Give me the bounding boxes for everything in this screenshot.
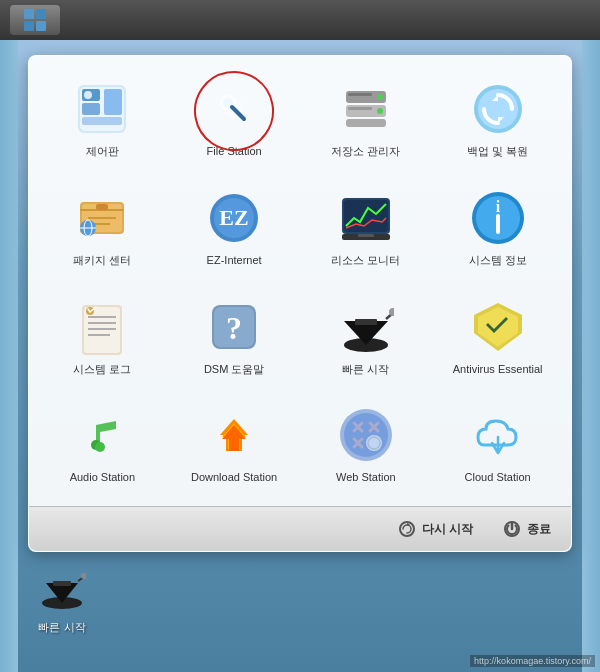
app-item-audio-station[interactable]: Audio Station [39,397,166,501]
app-icon-dsm-help: ? [204,297,264,357]
right-sidebar [582,40,600,672]
svg-text:?: ? [226,310,242,346]
svg-rect-53 [355,319,377,325]
app-item-web-station[interactable]: Web Station [303,397,430,501]
app-item-package-center[interactable]: 패키지 센터 [39,180,166,284]
app-icon-resource-monitor [336,188,396,248]
app-item-system-info[interactable]: i 시스템 정보 [434,180,561,284]
app-label-quick-start: 빠른 시작 [342,362,389,376]
app-item-system-log[interactable]: 시스템 로그 [39,289,166,393]
app-item-quick-start[interactable]: 빠른 시작 [303,289,430,393]
svg-rect-4 [104,89,122,115]
app-label-audio-station: Audio Station [70,470,135,484]
svg-rect-3 [82,103,100,115]
app-item-resource-monitor[interactable]: 리소스 모니터 [303,180,430,284]
app-icon-web-station [336,405,396,465]
desktop-quick-start-label: 빠른 시작 [38,620,85,635]
svg-rect-5 [82,117,122,125]
svg-point-16 [377,94,383,100]
app-grid: 제어판 File Station 저장소 관리자 백업 및 복원 [29,56,571,506]
app-item-storage-manager[interactable]: 저장소 관리자 [303,71,430,175]
svg-rect-18 [348,93,372,96]
app-icon-cloud-station [468,405,528,465]
svg-rect-15 [346,119,386,127]
app-label-system-info: 시스템 정보 [469,253,527,267]
shutdown-label: 종료 [527,521,551,538]
app-item-download-station[interactable]: Download Station [171,397,298,501]
app-icon-file-station [204,79,264,139]
app-label-download-station: Download Station [191,470,277,484]
shutdown-button[interactable]: 종료 [503,520,551,538]
app-item-ez-internet[interactable]: EZ EZ-Internet [171,180,298,284]
svg-text:EZ: EZ [219,205,248,230]
app-label-resource-monitor: 리소스 모니터 [331,253,400,267]
watermark: http://kokomagae.tistory.com/ [470,655,595,667]
svg-rect-79 [53,581,71,586]
restart-icon [398,520,416,538]
restart-label: 다시 시작 [422,521,473,538]
app-icon-ez-internet: EZ [204,188,264,248]
app-item-control-panel[interactable]: 제어판 [39,71,166,175]
svg-point-61 [95,442,105,452]
app-icon-quick-start [336,297,396,357]
center-content: 제어판 File Station 저장소 관리자 백업 및 복원 [18,40,582,672]
app-label-ez-internet: EZ-Internet [207,253,262,267]
svg-point-17 [377,108,383,114]
app-icon-system-info: i [468,188,528,248]
app-label-backup-restore: 백업 및 복원 [467,144,528,158]
launcher-icon[interactable] [10,5,60,35]
svg-rect-34 [344,200,388,232]
app-icon-audio-station [72,405,132,465]
app-icon-backup-restore [468,79,528,139]
app-item-backup-restore[interactable]: 백업 및 복원 [434,71,561,175]
svg-rect-36 [358,234,374,237]
app-label-control-panel: 제어판 [86,144,119,158]
app-label-antivirus: Antivirus Essential [453,362,543,376]
svg-rect-24 [96,204,108,210]
app-panel: 제어판 File Station 저장소 관리자 백업 및 복원 [28,55,572,552]
svg-point-6 [84,91,92,99]
main-area: 제어판 File Station 저장소 관리자 백업 및 복원 [0,40,600,672]
app-label-cloud-station: Cloud Station [465,470,531,484]
panel-bottom: 다시 시작 종료 [29,506,571,551]
restart-button[interactable]: 다시 시작 [398,520,473,538]
app-item-antivirus[interactable]: Antivirus Essential [434,289,561,393]
app-label-system-log: 시스템 로그 [73,362,131,376]
svg-point-59 [76,409,128,461]
app-label-storage-manager: 저장소 관리자 [331,144,400,158]
app-item-file-station[interactable]: File Station [171,71,298,175]
app-label-file-station: File Station [207,144,262,158]
svg-text:i: i [495,198,500,215]
app-icon-storage-manager [336,79,396,139]
svg-rect-19 [348,107,372,110]
app-icon-antivirus [468,297,528,357]
desktop-quick-start[interactable]: 빠른 시작 [38,567,86,635]
app-item-cloud-station[interactable]: Cloud Station [434,397,561,501]
app-icon-system-log [72,297,132,357]
desktop-area: 빠른 시작 [18,552,582,672]
app-label-web-station: Web Station [336,470,396,484]
app-item-dsm-help[interactable]: ? DSM 도움말 [171,289,298,393]
app-icon-download-station [204,405,264,465]
app-label-dsm-help: DSM 도움말 [204,362,265,376]
quick-start-icon-desktop [38,567,86,615]
left-sidebar [0,40,18,672]
app-icon-control-panel [72,79,132,139]
app-label-package-center: 패키지 센터 [73,253,131,267]
svg-point-66 [344,413,388,457]
power-icon [503,520,521,538]
top-bar [0,0,600,40]
app-icon-package-center [72,188,132,248]
